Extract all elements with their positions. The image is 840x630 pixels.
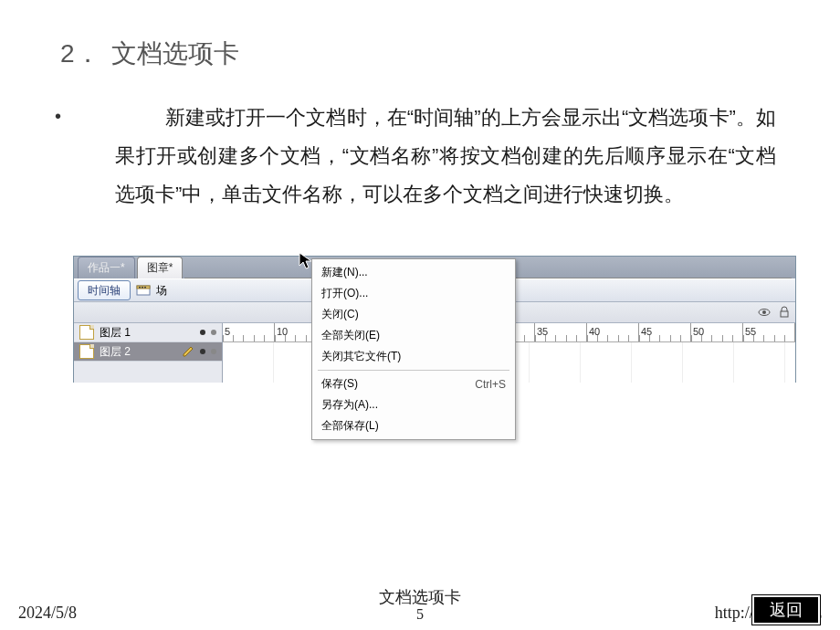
timeline-button[interactable]: 时间轴: [78, 280, 131, 300]
menu-item-close-others[interactable]: 关闭其它文件(T): [314, 346, 513, 367]
back-button[interactable]: 返回: [752, 595, 820, 625]
heading-title: 文档选项卡: [111, 37, 239, 71]
footer-center: 文档选项卡 5: [286, 586, 553, 623]
body-row: • 新建或打开一个文档时，在“时间轴”的上方会显示出“文档选项卡”。如果打开或创…: [55, 99, 785, 231]
footer-right: http://www.cysz 返回: [554, 604, 822, 623]
menu-item-open[interactable]: 打开(O)...: [314, 283, 513, 304]
bullet-icon: •: [55, 99, 62, 231]
svg-rect-7: [781, 311, 788, 317]
layer-name: 图层 1: [100, 325, 194, 341]
lock-icon[interactable]: [777, 305, 792, 320]
menu-item-close[interactable]: 关闭(C): [314, 304, 513, 325]
eye-icon[interactable]: [757, 305, 772, 320]
svg-rect-2: [139, 287, 141, 289]
footer-date: 2024/5/8: [18, 604, 286, 623]
visibility-dot[interactable]: [200, 349, 205, 354]
svg-rect-4: [144, 287, 146, 289]
layer-name: 图层 2: [100, 344, 176, 360]
layer-row[interactable]: 图层 1: [74, 323, 222, 342]
pencil-icon: [182, 345, 194, 358]
slide: 2． 文档选项卡 • 新建或打开一个文档时，在“时间轴”的上方会显示出“文档选项…: [0, 0, 840, 630]
embedded-app-window: 作品一* 图章* 时间轴 场: [73, 256, 796, 383]
body-text: 新建或打开一个文档时，在“时间轴”的上方会显示出“文档选项卡”。如果打开或创建多…: [115, 106, 776, 205]
context-menu: 新建(N)... 打开(O)... 关闭(C) 全部关闭(E) 关闭其它文件(T…: [311, 258, 516, 440]
layer-icon: [79, 344, 94, 359]
svg-rect-3: [142, 287, 143, 289]
scene-icon[interactable]: [136, 283, 151, 298]
menu-separator: [318, 370, 509, 371]
footer-page-number: 5: [286, 606, 553, 623]
slide-footer: 2024/5/8 文档选项卡 5 http://www.cysz 返回: [0, 586, 840, 623]
section-heading: 2． 文档选项卡: [60, 37, 785, 71]
lock-dot[interactable]: [211, 349, 216, 354]
lock-dot[interactable]: [211, 330, 216, 335]
menu-item-close-all[interactable]: 全部关闭(E): [314, 325, 513, 346]
layer-icon: [79, 325, 94, 340]
document-tab-active[interactable]: 图章*: [137, 257, 184, 278]
heading-number: 2．: [60, 37, 100, 71]
body-paragraph: 新建或打开一个文档时，在“时间轴”的上方会显示出“文档选项卡”。如果打开或创建多…: [115, 99, 776, 213]
menu-item-save-all[interactable]: 全部保存(L): [314, 415, 513, 436]
toolbar-cut-label[interactable]: 场: [156, 283, 167, 299]
menu-item-new[interactable]: 新建(N)...: [314, 262, 513, 283]
layer-row-selected[interactable]: 图层 2: [74, 342, 222, 362]
svg-point-6: [762, 310, 766, 314]
menu-item-save-as[interactable]: 另存为(A)...: [314, 394, 513, 415]
document-tab[interactable]: 作品一*: [78, 257, 135, 278]
menu-item-save[interactable]: 保存(S) Ctrl+S: [314, 373, 513, 394]
visibility-dot[interactable]: [200, 330, 205, 335]
footer-caption: 文档选项卡: [379, 588, 461, 606]
layers-panel: 图层 1 图层 2: [74, 323, 223, 383]
